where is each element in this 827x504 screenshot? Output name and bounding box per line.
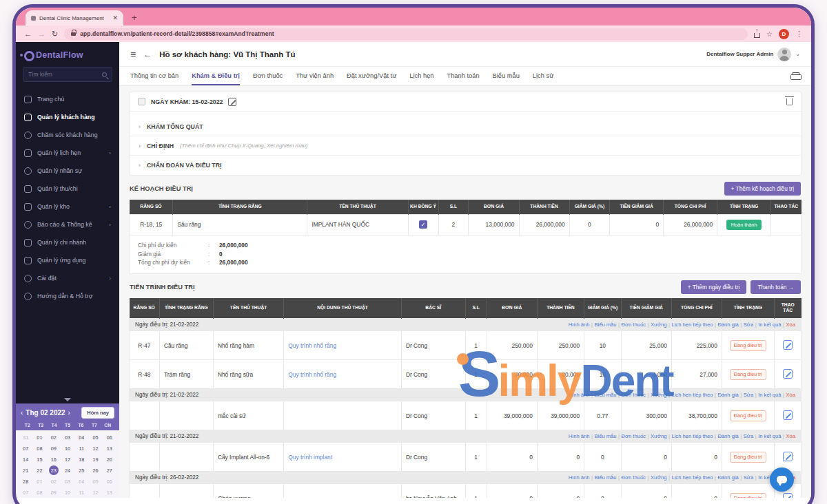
app-logo[interactable]: DentalFlow [16,42,119,67]
calendar-day[interactable]: 09 [47,443,61,454]
sidebar-item-home[interactable]: Trang chủ [16,90,119,108]
sidebar-item-reports[interactable]: Báo cáo & Thống kê› [16,216,119,233]
group-link[interactable]: Hình ảnh [569,433,590,439]
sidebar-item-branches[interactable]: Quản lý chi nhánh [16,233,119,251]
bookmark-star-icon[interactable]: ☆ [766,30,773,38]
edit-icon[interactable] [783,340,793,350]
sidebar-item-appointments[interactable]: Quản lý lịch hẹn› [16,144,119,162]
search-input[interactable] [28,71,102,78]
group-link[interactable]: Biểu mẫu [594,433,616,439]
group-link[interactable]: Đánh giá [717,474,738,481]
sidebar-search[interactable] [23,67,112,82]
group-link[interactable]: In kết quả [758,433,781,439]
group-link[interactable]: Đánh giá [717,322,738,328]
calendar-day[interactable]: 10 [61,443,74,454]
calendar-day[interactable]: 01 [32,476,46,487]
calendar-day[interactable]: 15 [32,454,46,465]
calendar-day[interactable]: 05 [88,432,102,443]
calendar-day[interactable]: 04 [74,476,88,487]
chat-bubble-button[interactable] [770,468,794,492]
edit-visit-icon[interactable] [228,98,236,106]
next-month-icon[interactable]: › [68,409,70,417]
tab-prescription[interactable]: Đơn thuốc [253,67,283,85]
group-link[interactable]: Đơn thuốc [622,322,646,328]
group-link[interactable]: Lịch hẹn tiếp theo [671,474,713,481]
consent-checkbox[interactable]: ✓ [419,220,427,229]
calendar-day[interactable]: 09 [47,487,61,498]
tab-close-icon[interactable]: ✕ [112,14,118,21]
calendar-day[interactable]: 10 [61,487,74,498]
calendar-day[interactable]: 28 [19,476,32,487]
visit-checkbox[interactable] [138,98,145,105]
group-link[interactable]: Đánh giá [717,433,738,439]
print-icon[interactable] [790,72,800,80]
browser-tab[interactable]: Dental Clinic Management ✕ [25,10,123,25]
group-link[interactable]: Xưởng [651,392,667,398]
add-plan-button[interactable]: + Thêm kế hoạch điều trị [724,182,801,196]
today-button[interactable]: Hôm nay [81,407,114,419]
group-link[interactable]: In kết quả [758,322,781,328]
section-general-exam[interactable]: › KHÁM TỔNG QUÁT [130,117,801,136]
calendar-day[interactable]: 14 [19,454,32,465]
add-treatment-day-button[interactable]: + Thêm ngày điều trị [681,280,747,294]
group-link[interactable]: Xóa [786,322,795,328]
calendar-day[interactable]: 11 [74,443,88,454]
calendar-day[interactable]: 07 [19,487,32,498]
calendar-day[interactable]: 05 [88,476,102,487]
group-link[interactable]: Sửa [744,474,753,481]
reload-icon[interactable]: ↻ [52,30,58,39]
group-link[interactable]: Hình ảnh [569,392,590,398]
procedure-link[interactable]: Quy trình implant [288,454,332,461]
calendar-day[interactable]: 26 [88,465,102,476]
group-link[interactable]: Xưởng [651,433,667,439]
calendar-day[interactable]: 01 [32,432,46,443]
procedure-link[interactable]: Quy trình nhổ răng [288,371,336,378]
sidebar-item-finance[interactable]: Quản lý thu/chi [16,180,119,198]
group-link[interactable]: Xưởng [651,474,667,481]
group-link[interactable]: Xưởng [651,322,667,328]
tab-exam-treatment[interactable]: Khám & Điều trị [192,67,240,85]
group-link[interactable]: Đơn thuốc [622,474,646,481]
calendar-day[interactable]: 27 [103,465,116,476]
group-link[interactable]: Biểu mẫu [594,322,616,328]
calendar-day[interactable]: 08 [32,443,46,454]
tab-payment[interactable]: Thanh toán [447,67,480,85]
group-link[interactable]: Xóa [786,433,795,439]
section-diagnosis[interactable]: › CHẨN ĐOÁN VÀ ĐIỀU TRỊ [130,156,801,175]
group-link[interactable]: Đơn thuốc [622,392,646,398]
group-link[interactable]: Hình ảnh [569,322,590,328]
tab-photo-library[interactable]: Thư viện ảnh [296,67,334,85]
group-link[interactable]: In kết quả [758,392,781,398]
edit-icon[interactable] [783,452,793,461]
group-link[interactable]: Biểu mẫu [594,392,616,398]
payment-button[interactable]: Thanh toán → [751,280,801,294]
sidebar-item-inventory[interactable]: Quản lý kho› [16,198,119,216]
group-link[interactable]: Lịch hẹn tiếp theo [671,392,713,398]
procedure-link[interactable]: Quy trình nhổ răng [288,342,336,349]
calendar-day[interactable]: 08 [32,487,46,498]
calendar-day[interactable]: 07 [19,443,32,454]
group-link[interactable]: Hình ảnh [569,474,590,481]
group-link[interactable]: Xóa [786,392,795,398]
group-link[interactable]: Lịch hẹn tiếp theo [671,433,713,439]
prev-month-icon[interactable]: ‹ [21,409,23,417]
calendar-day[interactable]: 12 [88,487,102,498]
group-link[interactable]: Lịch hẹn tiếp theo [671,322,713,328]
calendar-day[interactable]: 25 [74,465,88,476]
calendar-day[interactable]: 04 [74,432,88,443]
calendar-collapse-icon[interactable] [64,398,71,401]
calendar-day[interactable]: 19 [88,454,102,465]
trash-icon[interactable] [786,98,793,105]
sidebar-item-customer-care[interactable]: Chăm sóc khách hàng [16,126,119,144]
user-avatar[interactable] [777,48,791,61]
calendar-day[interactable]: 21 [19,465,32,476]
calendar-day[interactable]: 02 [47,476,61,487]
edit-icon[interactable] [783,410,793,420]
group-link[interactable]: Đơn thuốc [622,433,646,439]
calendar-day[interactable]: 03 [61,432,74,443]
calendar-day[interactable]: 23 [47,465,61,476]
calendar-day[interactable]: 17 [61,454,74,465]
browser-menu-icon[interactable]: ⋮ [795,30,803,39]
calendar-day[interactable]: 03 [61,476,74,487]
edit-icon[interactable] [783,369,793,379]
